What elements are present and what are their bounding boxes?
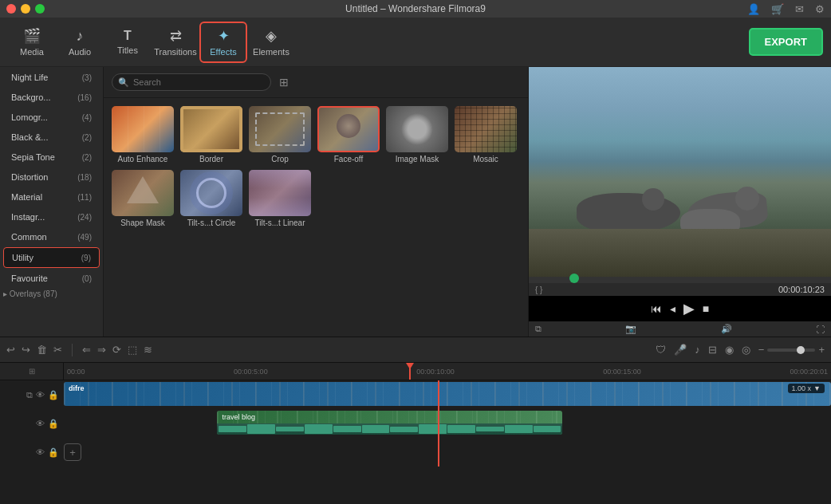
transform-button[interactable]: ⬚ [128, 344, 137, 356]
effect-item-auto-enhance[interactable]: Auto Enhance [112, 106, 174, 163]
effect-item-tilt-linear[interactable]: Tilt-s...t Linear [249, 170, 311, 227]
sidebar-item-background[interactable]: Backgro... (16) [3, 88, 100, 107]
track-header-spacer: ⊞ [0, 363, 64, 380]
step-back-button[interactable]: ◂ [670, 302, 675, 315]
ruler-mark-4: 00:00:20:01 [790, 368, 828, 376]
prev-frame-button[interactable]: ⇐ [82, 344, 91, 356]
track2-label: travel blog [222, 413, 255, 421]
toolbar-item-media[interactable]: 🎬 Media [8, 22, 56, 63]
sidebar-item-black[interactable]: Black &... (2) [3, 128, 100, 147]
sidebar-item-sepia[interactable]: Sepia Tone (2) [3, 148, 100, 167]
close-button[interactable] [6, 4, 16, 14]
sidebar-item-utility[interactable]: Utility (9) [3, 247, 100, 268]
minimize-button[interactable] [21, 4, 30, 14]
sidebar-item-favourite[interactable]: Favourite (0) [3, 269, 100, 288]
track3-eye-button[interactable]: 👁 [36, 447, 45, 457]
track-row-video1: ⧉ 👁 🔒 difre 1.00 x ▼ [0, 380, 831, 409]
mic-icon[interactable]: 🎤 [674, 344, 687, 356]
maximize-button[interactable] [35, 4, 45, 14]
play-button[interactable]: ▶ [683, 300, 695, 317]
effect-item-shape-mask[interactable]: Shape Mask [112, 170, 174, 227]
fullscreen-icon[interactable]: ⛶ [816, 325, 825, 334]
track1-layers-button[interactable]: ⧉ [26, 390, 33, 400]
track1-label: difre [69, 384, 85, 392]
track3-lock-button[interactable]: 🔒 [48, 447, 59, 458]
preview-progress-bar[interactable] [529, 277, 831, 283]
track2-eye-button[interactable]: 👁 [36, 419, 45, 428]
timeline-nav-buttons: ⇐ ⇒ ⟳ ⬚ ≋ [82, 344, 152, 356]
toolbar-item-elements[interactable]: ◈ Elements [247, 22, 295, 63]
zoom-fit-icon[interactable]: ◎ [742, 344, 750, 356]
app-title: Untitled – Wondershare Filmora9 [345, 3, 486, 14]
zoom-plus-icon[interactable]: + [818, 344, 825, 356]
cut-button[interactable]: ✂ [53, 344, 62, 356]
volume-icon[interactable]: 🔊 [721, 324, 732, 334]
pip-icon[interactable]: ⧉ [535, 324, 542, 334]
search-input[interactable] [112, 73, 271, 91]
rotate-button[interactable]: ⟳ [112, 344, 121, 356]
caption-icon[interactable]: ⊟ [708, 344, 717, 356]
track2-lock-button[interactable]: 🔒 [48, 419, 59, 429]
sidebar-item-distortion[interactable]: Distortion (18) [3, 167, 100, 187]
progress-thumb[interactable] [569, 274, 579, 283]
sidebar-item-material[interactable]: Material (11) [3, 187, 100, 207]
go-start-button[interactable]: ⏮ [651, 302, 662, 315]
export-button[interactable]: EXPORT [749, 28, 823, 56]
track-row-add: 👁 🔒 + [0, 438, 831, 467]
effect-item-tilt-circle[interactable]: Tilt-s...t Circle [180, 170, 242, 227]
track-controls-add: 👁 🔒 [0, 447, 64, 458]
zoom-slider-thumb[interactable] [797, 346, 805, 354]
effects-panel: 🔍 ⊞ Auto Enhance Border [104, 67, 528, 337]
track-clip-video1[interactable]: difre 1.00 x ▼ [64, 382, 831, 406]
redo-button[interactable]: ↪ [22, 344, 30, 356]
sidebar-item-instagram[interactable]: Instagr... (24) [3, 207, 100, 226]
effect-item-crop[interactable]: Crop [249, 106, 311, 163]
next-frame-button[interactable]: ⇒ [97, 344, 106, 356]
audio-detach-button[interactable]: ≋ [144, 344, 152, 356]
effect-item-image-mask[interactable]: Image Mask [386, 106, 448, 163]
transitions-icon: ⇄ [170, 27, 182, 45]
titles-icon: T [124, 29, 132, 43]
zoom-slider[interactable] [767, 348, 815, 352]
grid-view-icon[interactable]: ⊞ [279, 76, 289, 89]
face-icon[interactable]: ◉ [725, 344, 734, 356]
sidebar-overlays-collapse[interactable]: ▸ Overlays (87) [3, 289, 100, 298]
toolbar-item-transitions[interactable]: ⇄ Transitions [152, 22, 199, 63]
zoom-minus-icon[interactable]: − [758, 344, 765, 356]
sidebar-item-nightlife[interactable]: Night Life (3) [3, 68, 100, 87]
music-icon[interactable]: ♪ [695, 344, 700, 356]
ruler-marks: 00:00 00:00:5:00 00:00:10:00 00:00:15:00… [64, 363, 831, 380]
toolbar-item-titles[interactable]: T Titles [104, 22, 152, 63]
cart-icon[interactable]: 🛒 [771, 3, 784, 15]
track1-lock-button[interactable]: 🔒 [48, 390, 59, 400]
delete-button[interactable]: 🗑 [37, 344, 47, 356]
snapshot-icon[interactable]: 📷 [625, 324, 636, 334]
settings-icon[interactable]: ⚙ [815, 3, 825, 15]
toolbar-item-effects[interactable]: ✦ Effects [199, 22, 247, 63]
ground [529, 229, 831, 277]
track-body-video1[interactable]: difre 1.00 x ▼ [64, 380, 831, 409]
sidebar-item-common[interactable]: Common (49) [3, 227, 100, 246]
preview-time-row: { } 00:00:10:23 [529, 283, 831, 296]
effect-item-mosaic[interactable]: Mosaic [455, 106, 517, 163]
message-icon[interactable]: ✉ [795, 3, 804, 15]
track1-eye-button[interactable]: 👁 [36, 390, 45, 400]
effects-label: Effects [210, 47, 236, 57]
undo-button[interactable]: ↩ [6, 344, 15, 356]
effect-item-face-off[interactable]: Face-off [317, 106, 380, 163]
toolbar-item-audio[interactable]: ♪ Audio [56, 22, 104, 63]
track-body-empty: + [64, 438, 831, 467]
shield-icon[interactable]: 🛡 [656, 344, 666, 356]
audio-label: Audio [69, 47, 91, 57]
audio-waveform [217, 423, 562, 435]
add-track-ruler-btn[interactable]: ⊞ [29, 367, 35, 376]
traffic-lights[interactable] [6, 4, 45, 14]
add-track-button[interactable]: + [64, 443, 81, 461]
effect-item-border[interactable]: Border [180, 106, 242, 163]
stop-button[interactable]: ■ [703, 302, 709, 315]
user-icon[interactable]: 👤 [747, 3, 760, 15]
track-body-video2[interactable]: travel blog [64, 409, 831, 438]
sidebar-item-lomography[interactable]: Lomogr... (4) [3, 108, 100, 127]
timeline-edit-buttons: ↩ ↪ 🗑 ✂ [6, 344, 62, 356]
titles-label: Titles [117, 45, 138, 55]
